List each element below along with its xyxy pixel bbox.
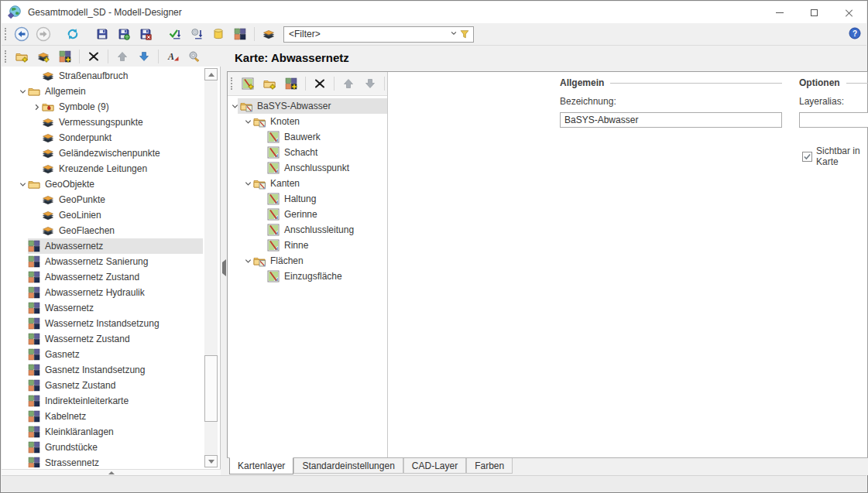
map-tree-item[interactable]: Bauwerk (228, 129, 387, 145)
tree-item-label: Straßenaufbruch (59, 70, 128, 81)
left-tree-item[interactable]: Abwassernetz Hydraulik (2, 285, 203, 300)
chevron-down-icon[interactable] (242, 178, 253, 189)
move-layer-up-button[interactable] (338, 74, 359, 93)
map-tree-item[interactable]: Einzugsfläche (228, 269, 387, 284)
minimize-button[interactable] (762, 2, 797, 23)
chevron-down-icon[interactable] (242, 116, 253, 127)
delete-button[interactable] (84, 47, 104, 66)
left-tree-item[interactable]: Gasnetz Zustand (2, 378, 203, 393)
filter-combobox[interactable]: <Filter> (283, 26, 474, 43)
collapse-left-button[interactable] (222, 262, 226, 273)
chevron-down-icon[interactable] (229, 101, 240, 111)
add-folder-button[interactable] (259, 74, 280, 93)
collapse-up-icon (108, 471, 115, 474)
bottom-splitter[interactable] (2, 469, 221, 475)
tab-cad-layer[interactable]: CAD-Layer (403, 458, 466, 474)
left-tree-item[interactable]: Sonderpunkt (2, 130, 203, 146)
database-button[interactable] (208, 25, 228, 43)
add-map-button[interactable] (281, 74, 301, 93)
maximize-button[interactable] (797, 2, 832, 23)
scrollbar-down-button[interactable] (204, 455, 218, 467)
left-tree-item[interactable]: Kleinkläranlagen (2, 424, 203, 440)
left-tree-item[interactable]: Indirekteinleiterkarte (2, 393, 203, 409)
scrollbar-track[interactable] (204, 68, 218, 467)
map-tree-item[interactable]: Anschlussleitung (228, 222, 387, 238)
chevron-down-icon[interactable] (17, 179, 28, 190)
chevron-down-icon[interactable] (242, 255, 253, 266)
left-tree-item[interactable]: Kabelnetz (2, 409, 203, 424)
left-tree-item[interactable]: Vermessungspunkte (2, 115, 203, 130)
tab-kartenlayer[interactable]: Kartenlayer (229, 457, 293, 474)
checkbox-sichtbar-karte[interactable] (802, 152, 812, 162)
add-map-layer-icon (242, 77, 254, 90)
map-tree-item[interactable]: Haltung (228, 191, 387, 207)
save-export-button[interactable] (136, 25, 156, 43)
new-layer-button[interactable] (33, 47, 53, 66)
toolbar-grip[interactable] (5, 28, 7, 40)
left-tree-item[interactable]: GeoPunkte (2, 192, 203, 207)
scrollbar-thumb[interactable] (204, 355, 218, 422)
left-tree-item-selected[interactable]: Abwassernetz (2, 238, 203, 254)
update-button[interactable] (187, 25, 207, 43)
left-tree-item[interactable]: Abwassernetz Sanierung (2, 254, 203, 269)
app-window: Gesamtmodell_SD - Modell-Designer <Filte… (0, 0, 868, 493)
left-tree-item[interactable]: Straßenaufbruch (2, 68, 203, 84)
move-up-button[interactable] (112, 47, 132, 66)
bezeichnung-input[interactable] (560, 112, 782, 128)
left-tree-item[interactable]: Gasnetz Instandsetzung (2, 362, 203, 378)
back-button[interactable] (12, 25, 32, 43)
left-tree-item[interactable]: Gasnetz (2, 347, 203, 362)
tree-item-label: Abwassernetz Sanierung (45, 256, 148, 267)
page-header: Karte: Abwassernetz (221, 46, 866, 71)
left-tree-item[interactable]: Symbole (9) (2, 99, 203, 115)
left-tree-item[interactable]: Wassernetz Zustand (2, 331, 203, 347)
map-tree-item[interactable]: Gerinne (228, 207, 387, 222)
toolbar-grip[interactable] (231, 77, 233, 90)
chevron-down-icon[interactable] (450, 29, 458, 39)
add-map-layer-button[interactable] (238, 74, 258, 93)
layeralias-input[interactable] (799, 112, 868, 128)
map-tree-item[interactable]: Kanten (228, 176, 387, 191)
tab-standardeinstellungen[interactable]: Standardeinstellungen (293, 458, 403, 474)
map-tree-item-selected[interactable]: BaSYS-Abwasser (228, 98, 387, 114)
style-button[interactable] (184, 47, 204, 66)
toolbar-grip[interactable] (5, 50, 7, 63)
map-tree-item[interactable]: Flächen (228, 253, 387, 269)
save-button[interactable] (92, 25, 112, 43)
help-button[interactable] (848, 27, 862, 41)
close-button[interactable] (832, 2, 866, 23)
new-map-button[interactable] (55, 47, 75, 66)
refresh-button[interactable] (63, 25, 83, 43)
map-view-button[interactable] (230, 25, 250, 43)
left-tree-item[interactable]: GeoLinien (2, 207, 203, 223)
save-all-button[interactable] (114, 25, 134, 43)
commit-button[interactable] (165, 25, 185, 43)
filter-apply-button[interactable] (458, 27, 472, 41)
map-tree-item[interactable]: Schacht (228, 145, 387, 160)
font-button[interactable] (163, 47, 183, 66)
left-tree-item[interactable]: Grundstücke (2, 440, 203, 455)
tree-item-label: Anschlussleitung (284, 224, 354, 235)
left-tree-item[interactable]: Abwassernetz Zustand (2, 269, 203, 285)
layers-button[interactable] (259, 25, 279, 43)
forward-button[interactable] (33, 25, 53, 43)
left-tree-item[interactable]: Strassennetz (2, 455, 203, 467)
chevron-down-icon[interactable] (17, 86, 28, 97)
left-tree-item[interactable]: Kreuzende Leitungen (2, 161, 203, 176)
left-tree-item[interactable]: Wassernetz Instandsetzung (2, 316, 203, 331)
scrollbar-up-button[interactable] (204, 68, 218, 80)
map-tree-item[interactable]: Rinne (228, 238, 387, 253)
map-tree-item[interactable]: Anschlusspunkt (228, 160, 387, 176)
delete-layer-button[interactable] (310, 74, 330, 93)
left-tree-item[interactable]: GeoFlaechen (2, 223, 203, 238)
tab-farben[interactable]: Farben (466, 458, 513, 474)
left-tree-item[interactable]: Wassernetz (2, 300, 203, 316)
move-down-button[interactable] (134, 47, 154, 66)
new-folder-button[interactable] (12, 47, 32, 66)
move-layer-down-button[interactable] (360, 74, 380, 93)
left-tree-item[interactable]: Allgemein (2, 84, 203, 99)
map-tree-item[interactable]: Knoten (228, 114, 387, 129)
left-tree-item[interactable]: GeoObjekte (2, 176, 203, 192)
chevron-right-icon[interactable] (31, 101, 42, 112)
left-tree-item[interactable]: Geländezwischenpunkte (2, 146, 203, 161)
